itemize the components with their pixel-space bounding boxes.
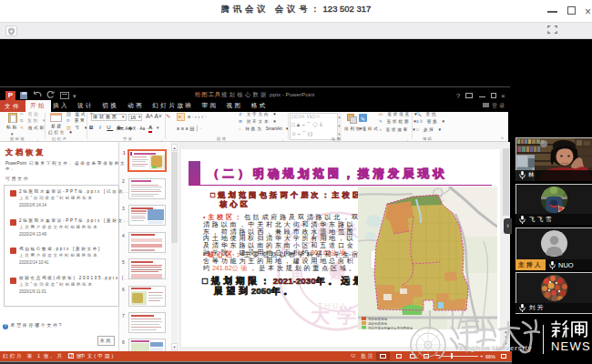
svg-text:规划学校用地: 规划学校用地 [368, 317, 388, 321]
svg-text:现状学校用地: 现状学校用地 [368, 322, 388, 326]
svg-text:规划开展学校建设监测范围用地: 规划开展学校建设监测范围用地 [368, 326, 413, 330]
svg-text:T H U A: T H U A [318, 301, 346, 310]
